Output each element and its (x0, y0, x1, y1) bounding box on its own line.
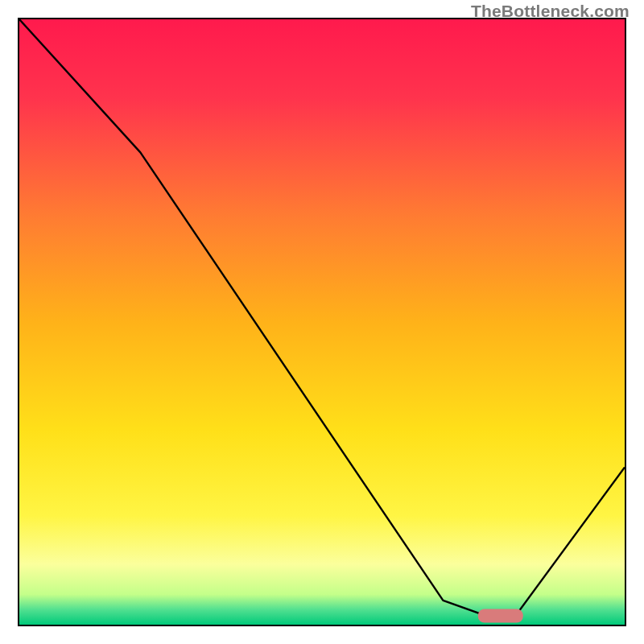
chart-svg (19, 19, 625, 625)
chart-plot-area (18, 18, 626, 626)
background-gradient (19, 19, 625, 625)
optimal-range-marker (478, 609, 523, 622)
